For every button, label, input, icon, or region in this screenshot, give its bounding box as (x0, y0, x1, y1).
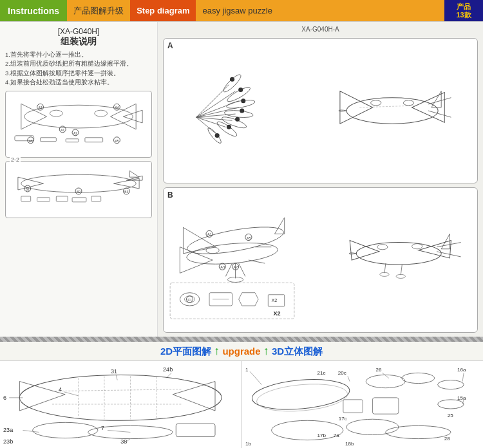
svg-marker-91 (419, 241, 451, 258)
svg-point-55 (241, 98, 245, 103)
parts-diagram-22: 2-2 B1 B2 (5, 161, 152, 218)
bottom-right-diagram: 16a 15a 25 28 26 1 20c 21c 17c 17b 7a 18… (242, 361, 484, 448)
svg-text:17b: 17b (317, 433, 326, 438)
svg-point-95 (377, 245, 388, 250)
svg-point-5 (95, 110, 108, 117)
svg-line-115 (52, 389, 182, 391)
svg-text:16a: 16a (457, 367, 466, 373)
svg-rect-16 (66, 139, 79, 142)
svg-marker-108 (239, 293, 258, 306)
svg-point-121 (33, 422, 98, 438)
svg-text:18b: 18b (345, 441, 354, 447)
svg-point-49 (224, 109, 253, 118)
model-code: [XA-G040H] (5, 27, 152, 36)
section-b-letter: B (167, 191, 173, 200)
svg-marker-1 (21, 104, 47, 129)
svg-text:17c: 17c (338, 416, 346, 422)
svg-point-146 (346, 419, 398, 434)
instructions-button[interactable]: Instructions (0, 0, 67, 21)
arrow-icon-1: ↑ (214, 344, 220, 357)
step2: 2.组装前用优质砂纸把所有粗糙边缘擦平滑。 (5, 59, 152, 68)
svg-rect-27 (21, 196, 31, 201)
svg-text:X2: X2 (271, 298, 277, 303)
bottom-left-diagram: 6 7 23a 23b 4 31 24b 38 (0, 361, 242, 448)
step3: 3.根据立体图解按顺序把零件逐一拼装。 (5, 69, 152, 78)
svg-text:1b: 1b (245, 441, 251, 447)
svg-point-112 (19, 375, 222, 420)
svg-marker-24 (114, 178, 140, 189)
svg-point-54 (238, 88, 243, 92)
svg-text:15a: 15a (457, 395, 466, 401)
arrow-icon-2: ↑ (263, 344, 269, 357)
svg-text:A1: A1 (207, 232, 212, 236)
svg-point-58 (227, 125, 231, 129)
svg-point-57 (235, 117, 240, 122)
svg-point-67 (371, 100, 381, 106)
svg-text:C1: C1 (188, 298, 193, 302)
svg-rect-17 (85, 138, 103, 142)
svg-text:4: 4 (59, 386, 62, 393)
section-b-box: B A1 A3 (163, 187, 478, 333)
svg-line-134 (116, 375, 117, 380)
svg-point-68 (403, 100, 413, 106)
svg-text:23b: 23b (3, 438, 13, 445)
svg-marker-83 (274, 218, 284, 234)
svg-line-85 (225, 263, 232, 276)
instructions-list: 1.首先将零件小心逐一推出。 2.组装前用优质砂纸把所有粗糙边缘擦平滑。 3.根… (5, 50, 152, 87)
svg-text:20c: 20c (337, 370, 346, 376)
svg-text:7a: 7a (333, 433, 339, 438)
svg-point-143 (437, 380, 463, 389)
svg-line-45 (196, 117, 216, 133)
svg-text:1: 1 (245, 367, 249, 373)
easy-jigsaw-label: easy jigsaw puzzle (196, 0, 444, 21)
svg-point-84 (206, 247, 219, 254)
svg-marker-25 (126, 176, 142, 180)
svg-point-139 (251, 376, 350, 413)
svg-rect-31 (91, 196, 101, 201)
svg-text:25: 25 (447, 413, 453, 418)
svg-line-87 (239, 263, 245, 276)
svg-text:A6: A6 (29, 140, 33, 143)
svg-line-97 (384, 263, 386, 273)
svg-text:A1: A1 (61, 129, 64, 132)
step4: 4.如果接合处松劲适当使用胶水粘牢。 (5, 78, 152, 87)
svg-text:A4: A4 (115, 106, 118, 109)
svg-point-52 (206, 126, 223, 145)
svg-point-144 (437, 400, 463, 409)
product-upgrade-label: 产品图解升级 (67, 0, 130, 21)
right-header-label: XA-G040H-A (163, 26, 478, 33)
section-a-box: A (163, 38, 478, 183)
svg-marker-114 (173, 382, 215, 411)
svg-text:A5: A5 (115, 140, 118, 143)
logo: 产品 13款 (444, 0, 483, 21)
left-panel: [XA-G040H] 组装说明 1.首先将零件小心逐一推出。 2.组装前用优质砂… (0, 22, 158, 337)
svg-line-161 (347, 376, 349, 381)
svg-line-129 (23, 430, 39, 432)
right-panel: XA-G040H-A A (158, 22, 483, 337)
svg-line-93 (437, 243, 461, 247)
parts-diagram-main: A1 A2 A3 A4 A5 A6 (5, 91, 152, 158)
svg-point-142 (401, 373, 434, 383)
svg-rect-15 (41, 138, 57, 142)
svg-line-99 (401, 265, 402, 275)
svg-rect-29 (56, 196, 68, 201)
upgrade-banner: 2D平面图解 ↑ upgrade ↑ 3D立体图解 (0, 342, 483, 360)
section-a-diagram (164, 39, 477, 183)
svg-rect-123 (176, 424, 215, 436)
svg-point-89 (356, 243, 441, 265)
left-header: [XA-G040H] 组装说明 (5, 27, 152, 48)
svg-text:A3: A3 (220, 265, 225, 269)
svg-point-4 (50, 110, 62, 117)
svg-rect-28 (37, 198, 50, 201)
svg-text:B2: B2 (77, 191, 80, 194)
header-bar: Instructions 产品图解升级 Step diagram easy ji… (0, 0, 483, 21)
bottom-diagrams: 6 7 23a 23b 4 31 24b 38 (0, 360, 483, 448)
parts-sketch-22: B1 B2 B3 (8, 164, 149, 212)
step1: 1.首先将零件小心逐一推出。 (5, 50, 152, 59)
svg-line-127 (108, 430, 130, 432)
svg-marker-63 (431, 91, 441, 107)
svg-line-159 (250, 371, 261, 384)
svg-point-59 (215, 133, 220, 138)
svg-text:B1: B1 (26, 188, 30, 191)
svg-text:38: 38 (120, 438, 127, 445)
